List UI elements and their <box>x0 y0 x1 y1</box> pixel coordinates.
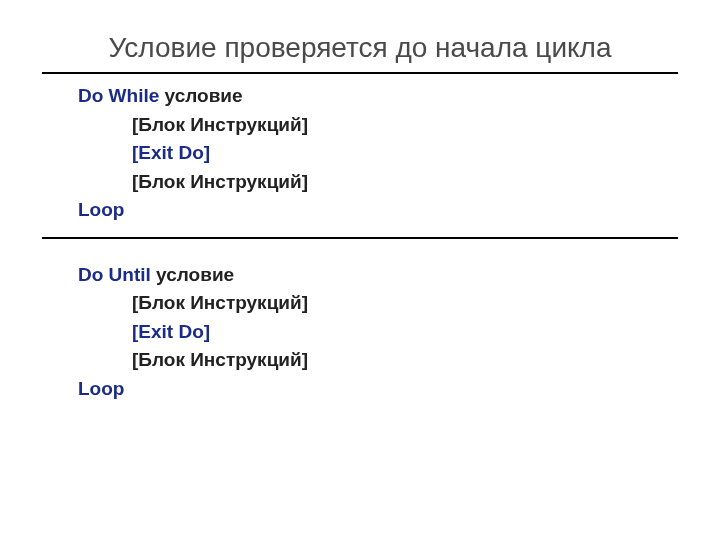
instruction-block-line: [Блок Инструкций] <box>78 346 720 375</box>
instruction-block-line: [Блок Инструкций] <box>78 289 720 318</box>
exit-do-line: [Exit Do] <box>78 139 720 168</box>
page-title: Условие проверяется до начала цикла <box>90 30 630 66</box>
exit-do-line: [Exit Do] <box>78 318 720 347</box>
keyword-do-while: Do While <box>78 85 165 106</box>
do-while-line: Do While условие <box>78 82 720 111</box>
keyword-loop: Loop <box>78 375 720 404</box>
do-until-line: Do Until условие <box>78 261 720 290</box>
condition-text: условие <box>156 264 234 285</box>
condition-text: условие <box>165 85 243 106</box>
keyword-do-until: Do Until <box>78 264 156 285</box>
code-block-until: Do Until условие [Блок Инструкций] [Exit… <box>0 261 720 404</box>
instruction-block-line: [Блок Инструкций] <box>78 111 720 140</box>
divider-top <box>42 72 678 74</box>
instruction-block-line: [Блок Инструкций] <box>78 168 720 197</box>
keyword-loop: Loop <box>78 196 720 225</box>
code-block-while: Do While условие [Блок Инструкций] [Exit… <box>0 82 720 225</box>
divider-middle <box>42 237 678 239</box>
